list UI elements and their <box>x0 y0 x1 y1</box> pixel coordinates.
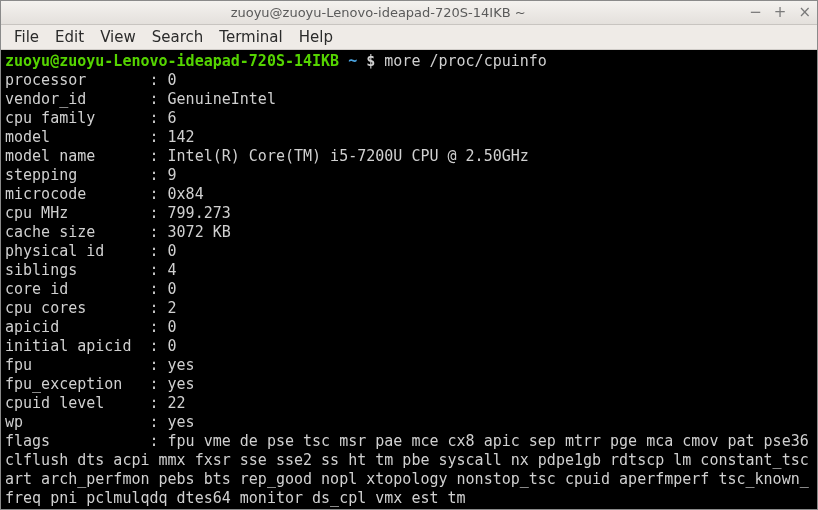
window-title: zuoyu@zuoyu-Lenovo-ideapad-720S-14IKB ~ <box>7 5 749 20</box>
close-button[interactable]: × <box>798 5 811 20</box>
menu-view[interactable]: View <box>93 26 143 48</box>
cpuinfo-flags-row: flags : fpu vme de pse tsc msr pae mce c… <box>5 432 813 508</box>
window-controls: − + × <box>749 5 811 20</box>
menubar: File Edit View Search Terminal Help <box>1 25 817 50</box>
prompt-symbol: $ <box>366 52 375 70</box>
menu-help[interactable]: Help <box>292 26 340 48</box>
cpuinfo-listing: processor : 0 vendor_id : GenuineIntel c… <box>5 71 813 432</box>
menu-edit[interactable]: Edit <box>48 26 91 48</box>
command-text: more /proc/cpuinfo <box>384 52 547 70</box>
maximize-button[interactable]: + <box>774 5 787 20</box>
menu-search[interactable]: Search <box>145 26 211 48</box>
titlebar[interactable]: zuoyu@zuoyu-Lenovo-ideapad-720S-14IKB ~ … <box>1 1 817 25</box>
terminal-window: zuoyu@zuoyu-Lenovo-ideapad-720S-14IKB ~ … <box>0 0 818 510</box>
prompt-path: ~ <box>348 52 357 70</box>
menu-terminal[interactable]: Terminal <box>212 26 289 48</box>
minimize-button[interactable]: − <box>749 5 762 20</box>
prompt-userhost: zuoyu@zuoyu-Lenovo-ideapad-720S-14IKB <box>5 52 339 70</box>
terminal-output[interactable]: zuoyu@zuoyu-Lenovo-ideapad-720S-14IKB ~ … <box>1 50 817 509</box>
menu-file[interactable]: File <box>7 26 46 48</box>
